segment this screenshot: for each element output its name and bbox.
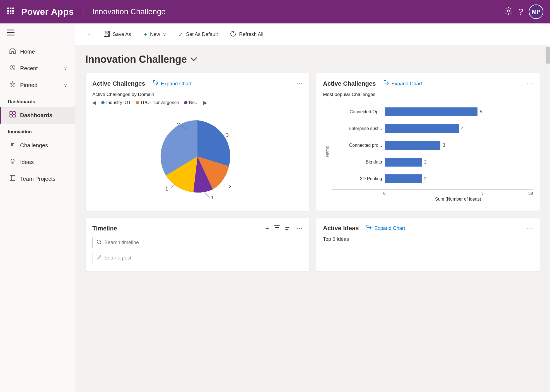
bar-chart-inner: Connected Op... 5 Enterprise sust... [332, 101, 533, 202]
timeline-card: Timeline + [85, 218, 309, 271]
section-dashboards-label: Dashboards [0, 93, 75, 107]
refresh-all-button[interactable]: Refresh All [225, 28, 268, 41]
legend-item-2: Ne... [184, 100, 199, 105]
scrollbar-track[interactable] [546, 46, 550, 392]
bar-fill-4 [385, 174, 422, 183]
svg-rect-4 [10, 10, 11, 12]
scrollbar-thumb[interactable] [546, 47, 550, 64]
bar-chart-area: Name Connected Op... 5 [323, 101, 533, 202]
svg-line-30 [203, 191, 210, 198]
dashboard-grid: Active Challenges Expand Chart ⋯ [85, 73, 540, 271]
main-layout: Home Recent ∨ Pinned [0, 23, 550, 392]
hamburger-icon[interactable] [7, 29, 15, 38]
legend-label-1: IT/OT convergence [141, 100, 179, 105]
svg-text:1: 1 [211, 195, 214, 200]
app-logo: Power Apps [21, 7, 74, 17]
svg-rect-5 [12, 10, 14, 12]
pie-chart-svg: 3 2 2 1 1 [150, 112, 245, 201]
save-as-button[interactable]: Save As [99, 28, 136, 41]
timeline-add-icon[interactable]: + [265, 225, 269, 232]
bar-card-menu-icon[interactable]: ⋯ [527, 80, 533, 87]
legend-next-icon[interactable]: ▶ [203, 100, 207, 106]
pie-expand-button[interactable]: Expand Chart [153, 80, 192, 87]
page-title-chevron[interactable] [190, 56, 197, 63]
user-avatar[interactable]: MP [529, 4, 543, 19]
pie-legend: ◀ Industry IOT IT/OT convergence Ne... [92, 100, 302, 106]
svg-rect-14 [10, 112, 12, 114]
ideas-subtitle: Top 5 Ideas [323, 236, 533, 242]
ideas-expand-label: Expand Chart [374, 225, 405, 231]
new-chevron-icon[interactable]: ∨ [163, 32, 166, 37]
ideas-expand-button[interactable]: Expand Chart [366, 225, 405, 232]
bar-x-axis: 0 3 5 8 Sum (Number of ideas) [332, 189, 533, 202]
timeline-filter-icon[interactable] [274, 225, 280, 232]
ideas-expand-icon [366, 225, 372, 232]
sidebar-item-challenges[interactable]: Challenges [0, 137, 75, 154]
svg-line-32 [169, 183, 177, 189]
back-button[interactable]: ← [83, 28, 97, 40]
ideas-card-menu-icon[interactable]: ⋯ [527, 225, 533, 232]
timeline-search-input[interactable] [104, 240, 188, 246]
bar-label-1: Enterprise sust... [332, 126, 382, 131]
bar-value-4: 2 [424, 176, 427, 181]
sidebar-item-pinned-label: Pinned [20, 82, 37, 88]
home-icon [9, 48, 16, 56]
timeline-title: Timeline [92, 225, 117, 232]
pie-card-menu-icon[interactable]: ⋯ [296, 80, 302, 87]
bar-wrap-0: 5 [385, 107, 533, 116]
set-as-default-button[interactable]: ✓ Set As Default [173, 28, 223, 41]
new-button[interactable]: + New ∨ [138, 28, 171, 41]
svg-rect-12 [7, 35, 15, 35]
sidebar-item-home[interactable]: Home [0, 43, 75, 60]
svg-rect-7 [10, 13, 11, 14]
bar-fill-3 [385, 158, 422, 167]
bar-row-4: 3D Printing 2 [332, 172, 533, 186]
active-ideas-card: Active Ideas Expand Chart ⋯ [316, 218, 540, 271]
refresh-all-label: Refresh All [239, 32, 263, 37]
x-tick-2: 5 [528, 191, 530, 196]
pie-expand-label: Expand Chart [161, 81, 192, 87]
svg-point-9 [507, 10, 510, 12]
bar-wrap-2: 3 [385, 141, 533, 150]
svg-rect-23 [105, 34, 108, 36]
bar-row-2: Connected pro... 3 [332, 138, 533, 153]
top-nav: Power Apps Innovation Challenge ? MP [0, 0, 550, 23]
timeline-search-box[interactable] [92, 237, 302, 248]
bar-row-3: Big data 2 [332, 155, 533, 169]
nav-divider [83, 6, 83, 17]
bar-expand-button[interactable]: Expand Chart [384, 80, 422, 87]
timeline-sort-icon[interactable] [285, 225, 291, 232]
expand-icon [153, 80, 159, 87]
recent-icon [9, 64, 16, 72]
svg-line-28 [222, 182, 228, 187]
legend-dot-2 [184, 101, 187, 104]
timeline-actions: + ⋯ [265, 225, 302, 232]
timeline-enter-post[interactable]: Enter a post [92, 252, 302, 264]
set-as-default-icon: ✓ [178, 31, 183, 38]
sidebar-item-home-label: Home [20, 49, 35, 55]
timeline-menu-icon[interactable]: ⋯ [296, 225, 302, 232]
pie-card-title: Active Challenges [92, 80, 145, 87]
sidebar-item-recent-label: Recent [20, 65, 38, 72]
svg-text:3: 3 [226, 132, 229, 138]
svg-rect-2 [12, 8, 14, 9]
legend-label-0: Industry IOT [106, 100, 131, 105]
set-as-default-label: Set As Default [186, 32, 218, 37]
sidebar-item-team-projects[interactable]: Team Projects [0, 170, 75, 187]
sidebar-item-recent[interactable]: Recent ∨ [0, 60, 75, 77]
help-icon[interactable]: ? [518, 7, 523, 17]
svg-point-19 [11, 159, 14, 162]
bar-wrap-4: 2 [385, 174, 533, 183]
pie-card-header: Active Challenges Expand Chart ⋯ [92, 80, 302, 87]
legend-prev-icon[interactable]: ◀ [92, 100, 96, 106]
bar-value-0: 5 [480, 109, 482, 114]
sidebar-item-pinned[interactable]: Pinned ∨ [0, 77, 75, 93]
sidebar-nav: Home Recent ∨ Pinned [0, 43, 75, 187]
sidebar-item-dashboards[interactable]: Dashboards [0, 107, 75, 124]
sidebar-item-challenges-label: Challenges [20, 142, 48, 149]
bar-label-0: Connected Op... [332, 109, 382, 114]
waffle-icon[interactable] [7, 7, 15, 17]
bar-card-header: Active Challenges Expand Chart ⋯ [323, 80, 533, 87]
sidebar-item-ideas[interactable]: Ideas [0, 154, 75, 170]
settings-icon[interactable] [504, 7, 513, 17]
